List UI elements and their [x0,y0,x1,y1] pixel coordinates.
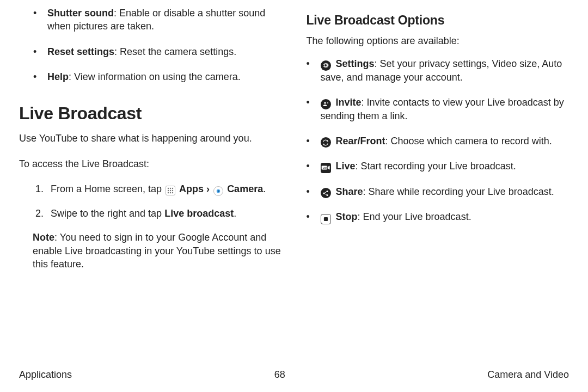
footer-page-number: 68 [274,368,285,381]
step-text: Swipe to the right and tap [51,208,164,219]
list-item: LIVE Live: Start recording your Live bro… [321,160,569,173]
swap-camera-icon [321,137,331,148]
svg-point-1 [170,188,171,189]
step-text: From a Home screen, tap [51,183,164,194]
right-column: Live Broadcast Options The following opt… [307,7,569,283]
step-bold: Live broadcast [164,208,234,219]
apps-grid-icon [166,186,175,195]
subsection-intro: The following options are available: [307,34,569,47]
live-badge-icon: LIVE [321,163,331,173]
access-steps: From a Home screen, tap Apps › Camera. S… [19,182,282,220]
svg-point-10 [218,191,219,192]
option-desc: : Share while recording your Live broadc… [363,186,554,197]
svg-text:LIVE: LIVE [322,167,328,170]
item-label: Reset settings [47,46,114,57]
step-item: From a Home screen, tap Apps › Camera. [46,182,282,196]
item-label: Shutter sound [47,8,114,19]
option-label: Settings [336,58,375,69]
step-end: . [263,183,266,194]
left-column: Shutter sound: Enable or disable a shutt… [19,7,282,283]
item-label: Help [47,71,69,82]
stop-icon [321,214,331,224]
svg-rect-17 [323,217,327,221]
page-footer: Applications 68 Camera and Video [19,368,569,381]
svg-point-0 [168,188,169,189]
section-intro: Use YouTube to share what is happening a… [19,132,282,145]
footer-left: Applications [19,368,72,381]
access-intro: To access the Live Broadcast: [19,157,282,170]
svg-point-5 [172,190,173,191]
svg-point-4 [170,190,171,191]
svg-point-8 [172,192,173,193]
svg-point-15 [323,192,325,194]
subsection-title: Live Broadcast Options [307,12,569,29]
item-desc: : Reset the camera settings. [114,46,236,57]
step-item: Swipe to the right and tap Live broadcas… [46,207,282,220]
option-label: Invite [336,97,362,108]
list-item: Share: Share while recording your Live b… [321,185,569,199]
gear-icon [321,60,331,71]
apps-label: Apps [179,183,204,194]
section-title: Live Broadcast [19,102,282,125]
option-label: Rear/Front [336,136,385,146]
svg-point-16 [327,194,328,196]
invite-person-icon [321,99,331,109]
step-end: . [234,208,236,219]
list-item: Invite: Invite contacts to view your Liv… [321,96,569,122]
item-desc: : View information on using the camera. [69,71,241,82]
option-desc: : Choose which camera to record with. [385,136,552,146]
option-desc: : End your Live broadcast. [358,211,471,222]
option-desc: : Start recording your Live broadcast. [356,161,516,171]
options-list: Settings: Set your privacy settings, Vid… [307,57,569,224]
svg-point-11 [324,102,326,104]
svg-point-6 [168,192,169,193]
list-item: Stop: End your Live broadcast. [321,210,569,224]
list-item: Shutter sound: Enable or disable a shutt… [47,7,282,33]
footer-right: Camera and Video [487,368,569,381]
note: Note: You need to sign in to your Google… [19,231,282,271]
svg-point-7 [170,192,171,193]
camera-settings-list: Shutter sound: Enable or disable a shutt… [19,7,282,83]
svg-point-2 [172,188,173,189]
camera-label: Camera [227,183,263,194]
list-item: Settings: Set your privacy settings, Vid… [321,57,569,84]
option-label: Stop [336,211,358,222]
share-icon [321,188,331,198]
svg-point-3 [168,190,169,191]
list-item: Rear/Front: Choose which camera to recor… [321,134,569,148]
camera-lens-icon [213,186,223,196]
note-label: Note [33,232,54,243]
separator: › [206,183,212,194]
list-item: Reset settings: Reset the camera setting… [47,45,282,58]
svg-point-14 [327,191,328,192]
option-label: Share [336,186,363,197]
list-item: Help: View information on using the came… [47,70,282,83]
option-label: Live [336,161,356,171]
note-text: : You need to sign in to your Google Acc… [33,232,281,270]
